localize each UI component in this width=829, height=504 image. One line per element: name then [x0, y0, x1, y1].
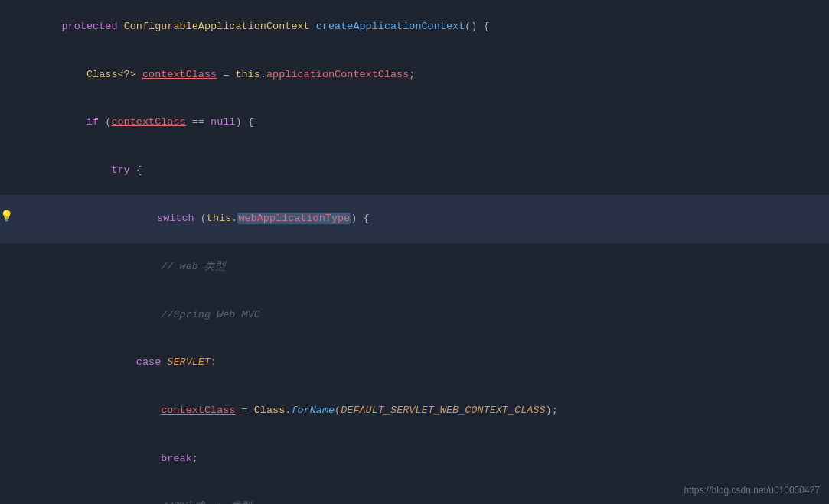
- code-line: protected ConfigurableApplicationContext…: [0, 3, 829, 51]
- code-line: // web 类型: [0, 243, 829, 291]
- code-line: 💡 switch (this.webApplicationType) {: [0, 195, 829, 243]
- code-line: break;: [0, 435, 829, 483]
- code-line: //Spring Web MVC: [0, 291, 829, 340]
- code-text: break;: [21, 435, 823, 483]
- watermark: https://blog.csdn.net/u010050427: [684, 483, 820, 498]
- code-text: case SERVLET:: [21, 339, 823, 387]
- code-line: try {: [0, 147, 829, 195]
- code-text: Class<?> contextClass = this.application…: [21, 51, 823, 99]
- code-line: contextClass = Class.forName(DEFAULT_SER…: [0, 387, 829, 435]
- code-text: if (contextClass == null) {: [21, 99, 823, 148]
- code-line: Class<?> contextClass = this.application…: [0, 51, 829, 99]
- code-line: case SERVLET:: [0, 339, 829, 387]
- code-text: // web 类型: [21, 243, 823, 291]
- code-text: try {: [21, 147, 823, 195]
- bulb-icon: 💡: [0, 209, 13, 226]
- code-text: switch (this.webApplicationType) {: [42, 195, 823, 243]
- code-text: protected ConfigurableApplicationContext…: [21, 3, 823, 51]
- code-editor: protected ConfigurableApplicationContext…: [0, 0, 829, 504]
- code-text: //Spring Web MVC: [21, 291, 823, 340]
- line-number: 💡: [0, 196, 42, 239]
- code-line: if (contextClass == null) {: [0, 99, 829, 148]
- code-text: contextClass = Class.forName(DEFAULT_SER…: [21, 387, 823, 435]
